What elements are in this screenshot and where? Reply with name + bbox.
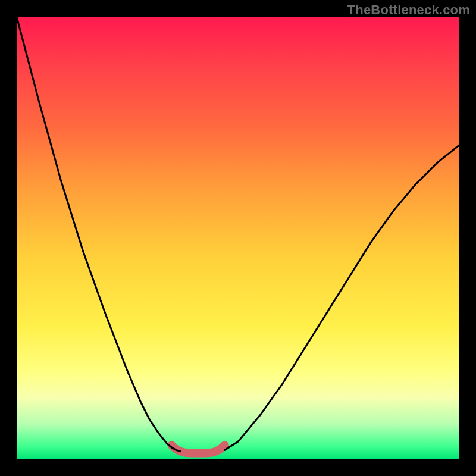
left-curve-path xyxy=(17,17,180,452)
outer-black-frame: TheBottleneck.com xyxy=(0,0,476,476)
watermark-text: TheBottleneck.com xyxy=(347,2,470,18)
right-curve-path xyxy=(225,145,459,450)
chart-svg xyxy=(17,17,459,459)
